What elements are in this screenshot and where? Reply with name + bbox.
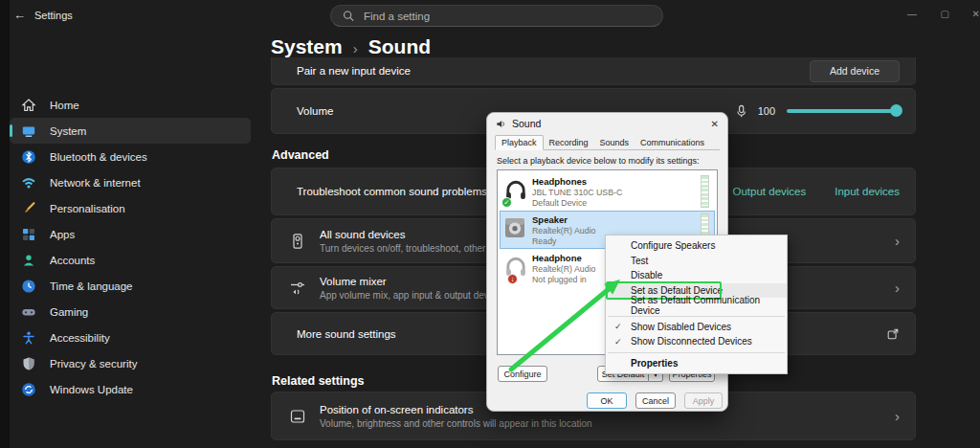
dialog-title: Sound [512,118,541,129]
sidebar-item-windows-update[interactable]: Windows Update [10,376,251,402]
add-device-button[interactable]: Add device [810,60,900,82]
shield-icon [21,356,36,371]
sidebar-item-label: Windows Update [50,384,133,395]
output-devices-link[interactable]: Output devices [733,186,807,197]
volume-label: Volume [287,105,333,117]
checkmark-icon: ✓ [614,337,622,347]
default-device-check-icon: ✓ [501,197,512,208]
update-icon [21,382,36,397]
volume-mixer-description: App volume mix, app input & output devic… [320,290,506,301]
sidebar-item-gaming[interactable]: Gaming [10,299,251,325]
sidebar-item-privacy[interactable]: Privacy & security [10,350,251,376]
menu-separator [608,352,785,353]
dialog-instruction: Select a playback device below to modify… [497,156,718,166]
device-detail: Realtek(R) Audio [532,264,596,274]
external-link-icon [886,327,900,341]
volume-mixer-title: Volume mixer [320,276,506,287]
menu-item-disable[interactable]: Disable [606,268,787,283]
menu-item-label: Show Disconnected Devices [631,336,752,347]
input-devices-link[interactable]: Input devices [835,186,900,197]
cancel-button[interactable]: Cancel [635,392,676,409]
screen-edge [0,0,10,448]
chevron-right-icon: › [895,280,900,295]
menu-item-show-disabled-devices[interactable]: ✓ Show Disabled Devices [606,320,787,335]
app-title: Settings [34,10,73,21]
dialog-tabs: Playback Recording Sounds Communications [495,134,720,150]
sidebar-item-home[interactable]: Home [10,92,251,118]
sidebar-item-label: System [50,125,86,137]
device-status: Ready [532,236,596,246]
sidebar-item-apps[interactable]: Apps [10,221,251,247]
dialog-confirm-row: OK Cancel Apply [587,392,723,409]
sidebar-item-bluetooth[interactable]: Bluetooth & devices [10,144,251,169]
playback-context-menu: Configure Speakers Test Disable Set as D… [605,235,788,374]
menu-item-test[interactable]: Test [606,254,787,269]
search-box[interactable] [330,5,663,27]
chevron-right-icon: › [895,234,900,248]
sidebar-item-system[interactable]: System [10,118,251,144]
breadcrumb: System › Sound [271,35,431,58]
person-icon [21,253,36,268]
close-button[interactable]: ✕ [972,9,980,19]
menu-item-label: Show Disabled Devices [631,322,731,332]
menu-item-set-default-communication-device[interactable]: Set as Default Communication Device [606,298,787,313]
menu-item-show-disconnected-devices[interactable]: ✓ Show Disconnected Devices [606,334,787,349]
more-sound-settings-title: More sound settings [287,328,396,340]
checkmark-icon: ✓ [614,322,622,331]
on-screen-indicator-icon [289,408,306,425]
tab-playback[interactable]: Playback [495,135,544,150]
breadcrumb-separator: › [353,40,358,56]
sidebar-item-network[interactable]: Network & internet [10,169,251,195]
sidebar-item-personalisation[interactable]: Personalisation [10,195,251,221]
sidebar-item-accessibility[interactable]: Accessibility [10,325,251,350]
menu-item-configure-speakers[interactable]: Configure Speakers [606,238,787,254]
volume-slider-thumb[interactable] [890,104,902,117]
tab-sounds[interactable]: Sounds [594,136,635,149]
back-button[interactable]: ← [13,8,26,22]
gamepad-icon [21,304,36,320]
device-name: Headphones [532,176,622,187]
headphones-icon: ✓ [503,178,532,205]
sound-devices-icon [289,233,306,250]
level-meter [701,175,709,208]
sidebar-item-label: Personalisation [50,203,125,214]
dialog-titlebar: Sound ✕ [487,113,727,134]
sidebar-item-label: Accounts [50,255,95,266]
device-status: Not plugged in [532,275,596,284]
sidebar-item-accounts[interactable]: Accounts [10,247,251,273]
system-icon [21,123,36,139]
headphone-gray-icon: ↓ [503,255,532,281]
sidebar-item-label: Accessibility [50,332,110,344]
sidebar-item-label: Time & language [50,280,133,292]
position-indicators-description: Volume, brightness and other controls wi… [320,418,592,429]
tab-communications[interactable]: Communications [635,136,710,149]
ok-button[interactable]: OK [587,392,627,409]
apply-button[interactable]: Apply [684,392,723,409]
minimize-button[interactable]: — [907,9,917,19]
configure-button[interactable]: Configure [498,366,547,382]
page-title: Sound [368,35,431,58]
search-icon [343,10,354,22]
chevron-right-icon: › [895,409,900,423]
speaker-device-icon [503,216,532,243]
sidebar-item-time-language[interactable]: Time & language [10,273,251,299]
device-detail: Realtek(R) Audio [532,226,596,235]
volume-slider[interactable] [787,109,900,113]
dialog-close-icon[interactable]: ✕ [711,119,719,129]
sidebar-item-label: Home [50,100,79,111]
breadcrumb-parent[interactable]: System [271,35,343,58]
tab-recording[interactable]: Recording [544,136,594,149]
titlebar: ← Settings — ▢ ✕ [0,0,980,31]
menu-item-properties[interactable]: Properties [606,356,787,371]
sidebar-item-label: Network & internet [50,177,141,189]
search-input[interactable] [362,10,651,23]
brush-icon [21,201,36,216]
accessibility-icon [21,330,36,346]
troubleshoot-label: Troubleshoot common sound problems [287,186,487,197]
device-name: Speaker [532,214,596,225]
home-icon [21,98,36,113]
pair-input-device-label: Pair a new input device [287,65,411,77]
maximize-button[interactable]: ▢ [941,9,949,19]
device-name: Headphone [532,253,596,263]
device-row-headphones[interactable]: ✓ Headphones JBL TUNE 310C USB-C Default… [500,172,715,211]
